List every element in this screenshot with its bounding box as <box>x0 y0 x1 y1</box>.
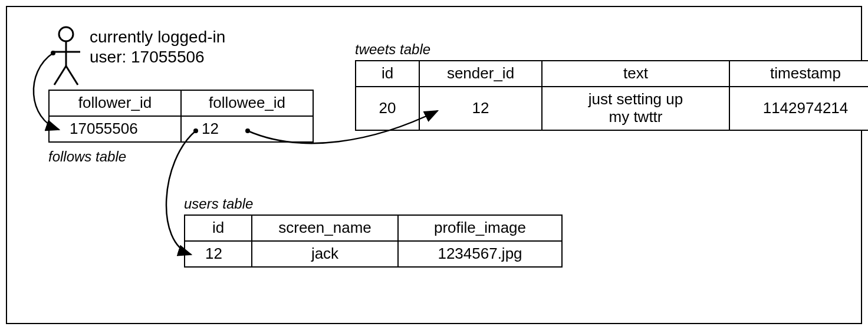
users-header-profile-image: profile_image <box>398 215 562 241</box>
follows-cell-follower-id: 17055506 <box>49 116 181 142</box>
follows-caption: follows table <box>48 148 126 165</box>
users-caption: users table <box>184 196 253 212</box>
tweets-cell-text: just setting up my twttr <box>542 87 729 130</box>
follows-cell-followee-id: 12 <box>181 116 313 142</box>
tweets-header-timestamp: timestamp <box>729 61 868 87</box>
users-header-id: id <box>185 215 252 241</box>
follows-header-follower-id: follower_id <box>49 90 181 116</box>
tweets-header-sender-id: sender_id <box>419 61 542 87</box>
current-user-label: currently logged-in user: 17055506 <box>90 27 225 67</box>
tweets-header-text: text <box>542 61 729 87</box>
tweets-table: id sender_id text timestamp 20 12 just s… <box>355 60 868 131</box>
users-header-screen-name: screen_name <box>252 215 398 241</box>
svg-point-0 <box>59 27 73 41</box>
tweets-caption: tweets table <box>355 41 430 58</box>
stick-figure-icon <box>48 25 84 90</box>
follows-table: follower_id followee_id 17055506 12 <box>48 90 314 143</box>
follows-header-followee-id: followee_id <box>181 90 313 116</box>
svg-line-4 <box>66 66 78 85</box>
tweets-header-id: id <box>356 61 419 87</box>
tweets-cell-sender-id: 12 <box>419 87 542 130</box>
tweets-cell-id: 20 <box>356 87 419 130</box>
users-table: id screen_name profile_image 12 jack 123… <box>184 214 563 268</box>
diagram-frame: currently logged-in user: 17055506 follo… <box>6 6 862 324</box>
svg-line-3 <box>54 66 66 85</box>
users-cell-profile-image: 1234567.jpg <box>398 241 562 267</box>
current-user-line2: user: 17055506 <box>90 47 225 67</box>
current-user-line1: currently logged-in <box>90 27 225 47</box>
users-cell-screen-name: jack <box>252 241 398 267</box>
tweets-cell-timestamp: 1142974214 <box>729 87 868 130</box>
users-cell-id: 12 <box>185 241 252 267</box>
